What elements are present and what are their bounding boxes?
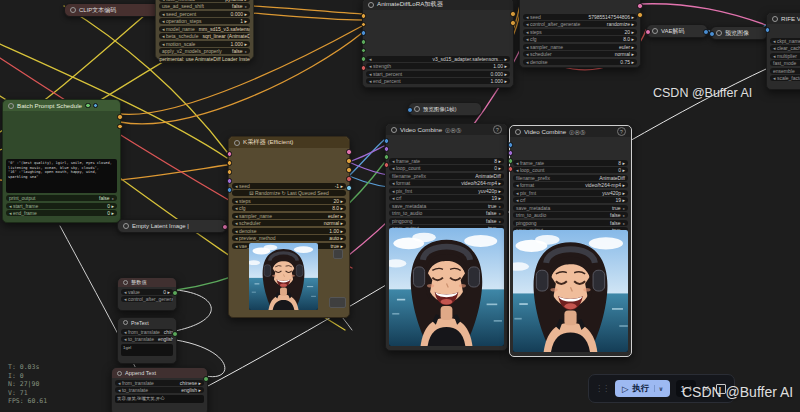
widget-row-pix-fmt[interactable]: ◂ pix_fmtyuv420p ▸ [389, 188, 504, 194]
node-header[interactable]: 整数值 [118, 278, 176, 287]
output-slot[interactable] [172, 331, 178, 337]
node-header[interactable]: RIFE VFI (reco [767, 13, 800, 24]
node-header[interactable]: Video Combine ⓋⒽⓈ ? [510, 126, 631, 137]
node-animatediff-settings[interactable]: ◂ fuse_methodpyramid ▸use_ad_seed_shiftf… [155, 0, 254, 60]
slot-dot[interactable] [361, 48, 367, 54]
collapse-dot[interactable] [414, 106, 420, 112]
widget-row-scheduler[interactable]: ◂ schedulernormal ▸ [523, 51, 637, 57]
node-header[interactable]: Batch Prompt Schedule [3, 100, 120, 111]
collapse-dot[interactable] [70, 7, 76, 13]
slot-dot[interactable] [85, 103, 91, 109]
widget-row-pingpong[interactable]: pingpongfalse [513, 220, 628, 226]
node-ksampler-efficient[interactable]: K采样器 (Efficient) ◂ seed-1 ▸⚄ Randomize ↻… [228, 136, 350, 318]
widget-row-pix-fmt[interactable]: ◂ pix_fmtyuv420p ▸ [513, 190, 628, 196]
widget-row-seed-percent[interactable]: ◂ seed_percent0.000 ▸ [159, 11, 250, 17]
slot-dot[interactable] [346, 185, 352, 191]
chevron-down-icon[interactable]: ∨ [654, 385, 664, 392]
slot-dot[interactable] [346, 158, 352, 164]
widget-row-from-translate[interactable]: ◂ from_translatechinese ▸ [115, 380, 204, 386]
widget-row-clear-cache-after-n-frames[interactable]: ◂ clear_cache_after_n_frames10 ▸ [770, 45, 800, 51]
slot-dot[interactable] [227, 160, 233, 166]
slot-dot[interactable] [508, 142, 514, 148]
node-graph-canvas[interactable]: CLIP文本编码 ◂ fuse_methodpyramid ▸use_ad_se… [0, 0, 800, 412]
slot-dot[interactable] [93, 103, 99, 109]
collapse-dot[interactable] [772, 16, 778, 22]
node-video-combine-2[interactable]: Video Combine ⓋⒽⓈ ? ◂ frame_rate8 ▸◂ loo… [509, 125, 632, 357]
node-preview-image[interactable]: 预览图像 [710, 26, 768, 40]
widget-row-crf[interactable]: ◂ crf19 ▸ [389, 195, 504, 201]
node-header[interactable]: Video Combine ⓋⒽⓈ ? [386, 124, 507, 135]
slot-dot[interactable] [510, 11, 516, 17]
drag-handle-icon[interactable]: ⋮⋮ [595, 384, 609, 393]
widget-row-save-metadata[interactable]: save_metadatatrue [389, 203, 504, 209]
collapse-dot[interactable] [8, 103, 14, 109]
widget-row-denoise[interactable]: ◂ denoise1.00 ▸ [232, 228, 346, 234]
slot-dot[interactable] [384, 154, 390, 160]
slot-dot[interactable] [508, 166, 514, 172]
widget-row-save-metadata[interactable]: save_metadatatrue [513, 205, 628, 211]
slot-dot[interactable] [227, 178, 233, 184]
node-header[interactable]: Append Text [112, 368, 207, 378]
collapse-dot[interactable] [716, 30, 722, 36]
widget-row-denoise[interactable]: ◂ denoise0.75 ▸ [523, 59, 637, 65]
widget-row-format[interactable]: ◂ formatvideo/h264-mp4 ▸ [389, 180, 504, 186]
widget-row-fast-mode[interactable]: fast_modetrue [770, 60, 800, 66]
slot-dot[interactable] [227, 169, 233, 175]
slot-dot[interactable] [227, 151, 233, 157]
widget-row-cfg[interactable]: ◂ cfg8.0 ▸ [232, 205, 346, 211]
node-vae-decode[interactable]: VAE解码 [646, 24, 708, 38]
slot-dot[interactable] [508, 150, 514, 156]
slot-dot[interactable] [227, 187, 233, 193]
widget-row-value[interactable]: ◂ value0 ▸ [121, 289, 173, 295]
widget-row-format[interactable]: ◂ formatvideo/h264-mp4 ▸ [513, 182, 628, 188]
slot-dot[interactable] [346, 176, 352, 182]
slot-dot[interactable] [361, 65, 367, 71]
slot-dot[interactable] [384, 146, 390, 152]
widget-row-beta-schedule[interactable]: ◂ beta_schedulesqrt_linear (AnimateDiff)… [159, 33, 250, 39]
node-empty-latent[interactable]: Empty Latent Image | [117, 219, 227, 233]
slot-dot[interactable] [384, 162, 390, 168]
input-slot[interactable] [709, 31, 715, 37]
widget-row-scheduler[interactable]: ◂ schedulernormal ▸ [232, 220, 346, 226]
input-slot[interactable] [407, 107, 413, 113]
help-badge[interactable]: ? [617, 127, 626, 136]
widget-row-scale-factor[interactable]: ◂ scale_factor1.00 ▸ [770, 75, 800, 81]
widget-row-pingpong[interactable]: pingpongfalse [389, 218, 504, 224]
collapse-dot[interactable] [117, 371, 122, 376]
widget-row-motion-scale[interactable]: ◂ motion_scale1.000 ▸ [159, 41, 250, 47]
slot-dot[interactable] [361, 13, 367, 19]
widget-row-trim-to-audio[interactable]: trim_to_audiofalse [389, 210, 504, 216]
slot-dot[interactable] [637, 3, 643, 9]
widget-row-steps[interactable]: ◂ steps20 ▸ [232, 198, 346, 204]
slot-dot[interactable] [637, 12, 643, 18]
widget-row-frame-rate[interactable]: ◂ frame_rate8 ▸ [513, 160, 628, 166]
widget-row-print-output[interactable]: print_outputfalse [6, 195, 117, 201]
slot-dot[interactable] [765, 27, 771, 33]
widget-row-sampler-name[interactable]: ◂ sampler_nameeuler ▸ [232, 213, 346, 219]
node-ksampler[interactable]: ◂ seed579855147544806 ▸◂ control_after_g… [519, 0, 641, 68]
widget-row-loop-count[interactable]: ◂ loop_count0 ▸ [389, 165, 504, 171]
widget-row-to-translate[interactable]: ◂ to_translateenglish ▸ [115, 387, 204, 393]
slot-dot[interactable] [361, 39, 367, 45]
slot-dot[interactable] [346, 149, 352, 155]
collapse-dot[interactable] [368, 2, 374, 8]
slot-dot[interactable] [508, 158, 514, 164]
collapse-dot[interactable] [652, 28, 658, 34]
widget-row-start-percent[interactable]: ◂ start_percent0.000 ▸ [366, 71, 510, 77]
slot-dot[interactable] [117, 124, 123, 130]
widget-row-to-translate[interactable]: ◂ to_translateenglish ▸ [121, 336, 173, 342]
widget-row-cfg[interactable]: ◂ cfg8.0 ▸ [523, 36, 637, 42]
widget-row-trim-to-audio[interactable]: trim_to_audiofalse [513, 212, 628, 218]
collapse-dot[interactable] [234, 140, 240, 146]
node-int-value[interactable]: 整数值 ◂ value0 ▸◂ control_after_generatefi… [117, 277, 177, 311]
widget-row-control-after-generate[interactable]: ◂ control_after_generatefixed ▸ [121, 296, 173, 302]
widget-row-crf[interactable]: ◂ crf19 ▸ [513, 197, 628, 203]
prompt-textarea[interactable]: "0" :"(best quality), 1girl, smile, eyes… [6, 159, 117, 193]
node-header[interactable]: AnimateDiffLoRA加载器 [363, 0, 513, 10]
node-pretext[interactable]: PreText ◂ from_translatechinese ▸◂ to_tr… [117, 317, 177, 364]
widget-row-frame-rate[interactable]: ◂ frame_rate8 ▸ [389, 158, 504, 164]
node-animatediff-lora-loader[interactable]: AnimateDiffLoRA加载器 ◂ v3_sd15_adapter.saf… [362, 0, 514, 88]
node-rife-vfi[interactable]: RIFE VFI (reco ◂ ckpt_namerife47.pth ▸◂ … [766, 12, 800, 90]
slot-dot[interactable] [117, 114, 123, 120]
node-append-text[interactable]: Append Text ◂ from_translatechinese ▸◂ t… [111, 367, 208, 412]
